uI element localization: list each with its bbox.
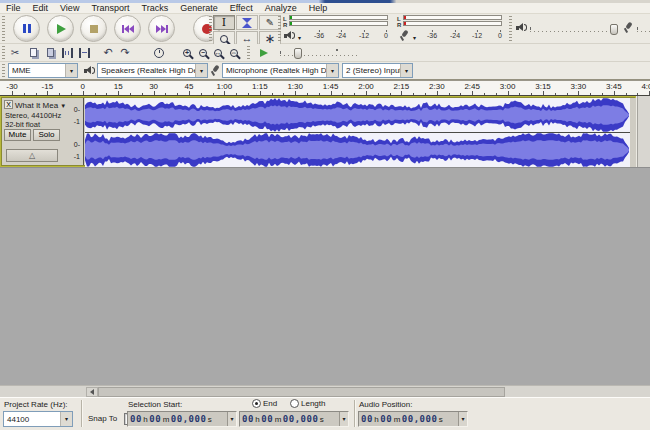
project-rate-label: Project Rate (Hz):	[4, 400, 68, 409]
timeline-minor-tick	[590, 93, 591, 95]
selection-end-field[interactable]: 00h00m00,000s▾	[239, 411, 349, 427]
selection-start-field[interactable]: 00h00m00,000s▾	[127, 411, 237, 427]
timeline-major-tick	[614, 91, 615, 95]
menu-view[interactable]: View	[54, 3, 85, 13]
timeline-major-tick	[12, 91, 13, 95]
recording-meter[interactable]: L R ▾ -36 -24 -12 0	[395, 15, 508, 43]
chevron-down-icon[interactable]: ▾	[227, 412, 236, 426]
toolbar-grip[interactable]	[509, 16, 512, 41]
input-volume-slider[interactable]	[637, 31, 650, 32]
timeline-major-tick	[401, 91, 402, 95]
time-unit: m	[273, 415, 283, 424]
play-at-speed-button[interactable]	[255, 45, 271, 60]
waveform-right-channel[interactable]	[85, 133, 630, 167]
output-volume-slider[interactable]	[530, 31, 610, 32]
audio-position-field[interactable]: 00h00m00,000s▾	[358, 411, 468, 427]
timeline-minor-tick	[378, 93, 379, 95]
timeline-minor-tick	[519, 93, 520, 95]
redo-button[interactable]: ↷	[117, 45, 133, 60]
recording-device-select[interactable]: Microphone (Realtek High Defi ▾	[222, 63, 339, 78]
timeline-ruler[interactable]: -30-1501530451:001:151:301:452:002:152:3…	[0, 80, 650, 96]
timeline-minor-tick	[213, 93, 214, 95]
menu-file[interactable]: File	[0, 3, 27, 13]
track-name[interactable]: What It Mea ▼	[15, 101, 66, 110]
chevron-down-icon[interactable]: ▾	[339, 412, 348, 426]
track-collapse-button[interactable]: △	[6, 149, 58, 162]
scroll-left-button[interactable]	[86, 387, 98, 397]
input-channels-select[interactable]: 2 (Stereo) Input C ▾	[342, 63, 413, 78]
envelope-tool-icon	[241, 18, 253, 28]
timeline-minor-tick	[95, 93, 96, 95]
menu-edit[interactable]: Edit	[27, 3, 55, 13]
waveform-left-channel[interactable]	[85, 98, 630, 132]
play-button[interactable]	[47, 15, 74, 42]
length-radio-icon[interactable]	[290, 399, 299, 408]
toolbar-grip[interactable]	[2, 16, 5, 41]
timeline-minor-tick	[248, 93, 249, 95]
time-unit: s	[206, 415, 213, 424]
playback-speed-slider[interactable]	[280, 55, 360, 56]
paste-button[interactable]	[42, 45, 58, 60]
toolbar-grip[interactable]	[2, 64, 5, 77]
toolbar-grip[interactable]	[2, 46, 5, 59]
timeline-label: 4:00	[641, 82, 650, 91]
horizontal-scrollbar[interactable]	[0, 385, 650, 397]
trim-audio-button[interactable]	[59, 45, 75, 60]
end-radio-icon[interactable]	[252, 399, 261, 408]
fit-project-button[interactable]: ⇔	[226, 45, 242, 60]
toolbar-grip[interactable]	[209, 16, 212, 41]
sync-lock-button[interactable]	[151, 45, 167, 60]
timeline-minor-tick	[460, 93, 461, 95]
chevron-down-icon: ▾	[60, 412, 72, 426]
timeline-minor-tick	[567, 93, 568, 95]
project-rate-select[interactable]: 44100 ▾	[3, 411, 73, 427]
chevron-down-icon[interactable]: ▾	[298, 35, 301, 41]
menu-tracks[interactable]: Tracks	[136, 3, 175, 13]
zoom-in-button[interactable]: +	[179, 45, 195, 60]
chevron-down-icon: ▾	[65, 64, 77, 77]
menu-generate[interactable]: Generate	[174, 3, 224, 13]
copy-button[interactable]	[25, 45, 41, 60]
audio-host-select[interactable]: MME ▾	[8, 63, 78, 78]
pause-button[interactable]	[13, 15, 40, 42]
chevron-down-icon: ▾	[326, 64, 338, 77]
timeline-major-tick	[366, 91, 367, 95]
playback-device-select[interactable]: Speakers (Realtek High Definit ▾	[97, 63, 208, 78]
playback-meter[interactable]: L R ▾ -36 -24 -12 0	[281, 15, 395, 43]
vertical-ruler[interactable]: 0- -1 0- -1	[61, 98, 84, 165]
timeline-minor-tick	[36, 93, 37, 95]
vertical-scrollbar[interactable]	[637, 96, 650, 167]
output-volume-knob[interactable]	[610, 24, 618, 35]
skip-to-start-button[interactable]	[114, 15, 141, 42]
mute-button[interactable]: Mute	[4, 129, 31, 141]
undo-button[interactable]: ↶	[100, 45, 116, 60]
scrollbar-thumb[interactable]	[98, 387, 505, 397]
chevron-down-icon[interactable]: ▾	[458, 412, 467, 426]
zoom-out-button[interactable]: −	[195, 45, 211, 60]
toolbar-row-2: ✂ ↶ ↷ + − ↔ ⇔	[0, 44, 650, 62]
length-radio[interactable]: Length	[290, 399, 325, 408]
selection-tool-icon: I	[222, 18, 226, 28]
envelope-tool-button[interactable]	[236, 15, 258, 30]
selection-tool-button[interactable]: I	[213, 15, 235, 30]
fit-selection-button[interactable]: ↔	[210, 45, 226, 60]
menu-effect[interactable]: Effect	[224, 3, 259, 13]
track-close-button[interactable]: X	[4, 100, 13, 109]
menu-analyze[interactable]: Analyze	[259, 3, 303, 13]
skip-to-end-button[interactable]	[148, 15, 175, 42]
selection-toolbar: Project Rate (Hz): 44100 ▾ Snap To Selec…	[0, 397, 650, 430]
cut-button[interactable]: ✂	[7, 45, 23, 60]
menu-help[interactable]: Help	[303, 3, 334, 13]
toolbar-grip[interactable]	[247, 46, 250, 59]
time-unit: m	[392, 415, 402, 424]
solo-button[interactable]: Solo	[33, 129, 60, 141]
timeline-label: 0	[81, 82, 85, 91]
menu-transport[interactable]: Transport	[85, 3, 135, 13]
chevron-down-icon[interactable]: ▾	[413, 35, 416, 41]
zoom-in-icon: +	[183, 49, 191, 57]
stop-button[interactable]	[80, 15, 107, 42]
waveform-area[interactable]	[85, 98, 636, 167]
end-radio[interactable]: End	[252, 399, 277, 408]
playback-speed-knob[interactable]	[294, 48, 302, 59]
silence-audio-button[interactable]	[76, 45, 92, 60]
